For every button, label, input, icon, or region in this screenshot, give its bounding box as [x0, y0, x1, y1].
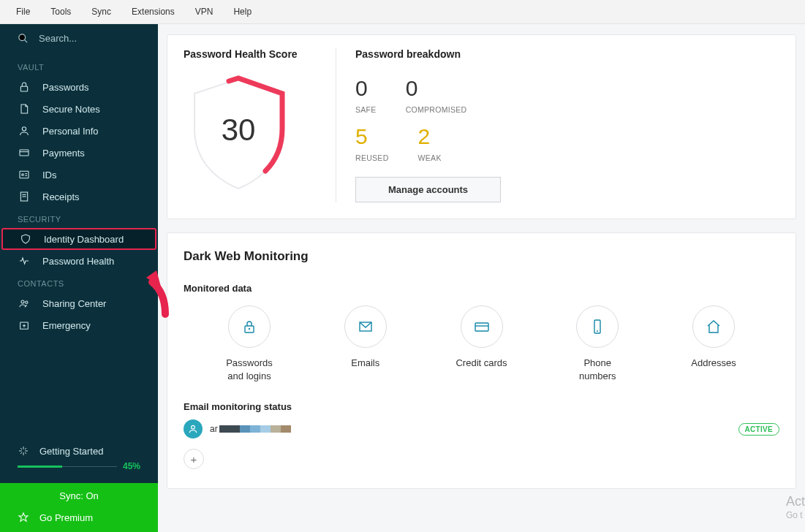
- sidebar-item-receipts[interactable]: Receipts: [0, 186, 158, 208]
- note-icon: [18, 103, 30, 115]
- monitored-addresses[interactable]: Addresses: [662, 305, 765, 382]
- id-icon: [18, 169, 30, 180]
- sidebar-item-secure-notes[interactable]: Secure Notes: [0, 98, 158, 120]
- sidebar-item-password-health[interactable]: Password Health: [0, 250, 158, 272]
- monitored-email-row[interactable]: ar ACTIVE: [184, 419, 779, 438]
- sidebar-item-label: Emergency: [42, 320, 91, 331]
- safe-count: 0: [355, 76, 377, 101]
- breakdown-compromised: 0 COMPROMISED: [406, 76, 467, 114]
- getting-started[interactable]: Getting Started 45%: [0, 438, 158, 483]
- shield-icon: [20, 233, 31, 245]
- menubar: File Tools Sync Extensions VPN Help: [0, 0, 805, 24]
- sidebar-item-label: Secure Notes: [42, 104, 100, 115]
- svg-rect-4: [20, 150, 29, 156]
- status-badge: ACTIVE: [738, 423, 779, 436]
- menu-sync[interactable]: Sync: [81, 2, 121, 21]
- email-redacted: ar: [210, 424, 291, 434]
- menu-tools[interactable]: Tools: [40, 2, 81, 21]
- lock-icon: [241, 318, 258, 335]
- add-email-button[interactable]: +: [184, 449, 204, 469]
- sidebar-item-label: Sharing Center: [42, 298, 106, 309]
- sidebar-item-label: Payments: [42, 148, 85, 159]
- emergency-icon: [18, 319, 30, 331]
- svg-point-3: [22, 127, 26, 131]
- sidebar-item-label: IDs: [42, 170, 57, 180]
- search-input[interactable]: Search...: [0, 24, 158, 56]
- compromised-count: 0: [406, 76, 467, 101]
- sidebar-item-passwords[interactable]: Passwords: [0, 76, 158, 98]
- reused-label: REUSED: [355, 153, 389, 162]
- svg-point-13: [21, 300, 24, 303]
- section-contacts-label: CONTACTS: [0, 272, 158, 292]
- menu-help[interactable]: Help: [223, 2, 262, 21]
- weak-count: 2: [418, 124, 442, 149]
- sidebar-item-label: Password Health: [42, 256, 114, 267]
- menu-file[interactable]: File: [6, 2, 40, 21]
- svg-point-27: [249, 329, 250, 330]
- sidebar-item-sharing-center[interactable]: Sharing Center: [0, 292, 158, 314]
- sync-status[interactable]: Sync: On: [0, 483, 158, 506]
- redaction-stripes: [219, 425, 291, 433]
- credit-card-icon: [473, 318, 491, 335]
- activation-watermark: Act Go t: [786, 494, 805, 520]
- compromised-label: COMPROMISED: [406, 105, 467, 114]
- menu-extensions[interactable]: Extensions: [121, 2, 185, 21]
- sidebar: Search... VAULT Passwords Secure Notes P…: [0, 24, 158, 532]
- sidebar-item-label: Identity Dashboard: [44, 234, 124, 245]
- breakdown-weak: 2 WEAK: [418, 124, 442, 162]
- breakdown-safe: 0 SAFE: [355, 76, 377, 114]
- sidebar-item-personal-info[interactable]: Personal Info: [0, 120, 158, 142]
- monitored-passwords[interactable]: Passwords and logins: [198, 305, 301, 382]
- safe-label: SAFE: [355, 105, 377, 114]
- svg-line-22: [20, 448, 22, 449]
- monitored-emails[interactable]: Emails: [314, 305, 417, 382]
- activity-icon: [18, 255, 30, 267]
- watermark-line1: Act: [786, 494, 805, 510]
- weak-label: WEAK: [418, 153, 442, 162]
- svg-rect-29: [475, 323, 488, 331]
- score-shield: 30: [184, 70, 293, 194]
- score-value: 30: [184, 113, 293, 148]
- monitored-phone[interactable]: Phone numbers: [546, 305, 649, 382]
- main-content: Password Health Score 30 Password breakd…: [158, 24, 805, 532]
- progress-fill: [18, 466, 62, 468]
- manage-accounts-button[interactable]: Manage accounts: [355, 177, 501, 202]
- svg-point-33: [192, 425, 195, 429]
- receipt-icon: [18, 191, 30, 202]
- svg-line-1: [24, 39, 27, 42]
- svg-rect-2: [20, 86, 27, 91]
- mail-icon: [357, 318, 374, 335]
- sidebar-item-payments[interactable]: Payments: [0, 142, 158, 164]
- people-icon: [18, 297, 30, 309]
- sidebar-item-identity-dashboard[interactable]: Identity Dashboard: [1, 228, 156, 250]
- section-security-label: SECURITY: [0, 208, 158, 228]
- callout-arrow-icon: [143, 260, 173, 319]
- star-icon: [18, 512, 29, 523]
- monitored-label: Passwords and logins: [198, 357, 301, 382]
- divider: [336, 48, 336, 202]
- monitored-label: Phone numbers: [546, 357, 649, 382]
- health-card: Password Health Score 30 Password breakd…: [167, 34, 796, 219]
- ems-title: Email monitoring status: [184, 401, 779, 412]
- monitored-credit-cards[interactable]: Credit cards: [431, 305, 533, 382]
- person-icon: [18, 125, 30, 137]
- phone-icon: [589, 318, 606, 335]
- menu-vpn[interactable]: VPN: [185, 2, 224, 21]
- card-icon: [18, 147, 30, 159]
- lock-icon: [18, 81, 30, 93]
- email-prefix: ar: [210, 424, 218, 434]
- sidebar-item-emergency[interactable]: Emergency: [0, 314, 158, 336]
- phs-title: Password Health Score: [184, 48, 330, 60]
- go-premium[interactable]: Go Premium: [0, 506, 158, 532]
- reused-count: 5: [355, 124, 389, 149]
- sidebar-item-label: Receipts: [42, 191, 80, 202]
- monitored-label: Addresses: [662, 357, 765, 370]
- svg-line-23: [25, 452, 26, 454]
- svg-rect-6: [20, 171, 29, 178]
- person-icon: [188, 424, 198, 434]
- go-premium-label: Go Premium: [39, 512, 93, 523]
- svg-line-24: [25, 448, 26, 449]
- sidebar-item-ids[interactable]: IDs: [0, 164, 158, 186]
- svg-line-25: [20, 452, 22, 454]
- getting-started-label: Getting Started: [39, 446, 103, 457]
